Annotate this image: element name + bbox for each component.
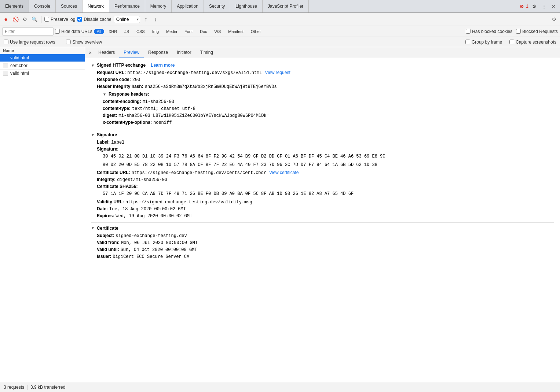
rh-content-encoding: content-encoding: mi-sha256-03 xyxy=(97,98,554,105)
signature-header[interactable]: ▼ Signature xyxy=(91,131,554,139)
sidebar-item-cert-cbor[interactable]: cert.cbor xyxy=(0,62,85,70)
certificate-header[interactable]: ▼ Certificate xyxy=(91,224,554,232)
use-large-rows-checkbox[interactable] xyxy=(4,40,8,44)
sub-tab-initiator[interactable]: Initiator xyxy=(172,47,195,58)
sig-cert-url-row: Certificate URL: https://signed-exchange… xyxy=(91,169,554,176)
filter-chip-media[interactable]: Media xyxy=(163,29,180,34)
sig-hex-2: B0 02 20 0D E5 78 22 0B 10 57 7B 8A CF B… xyxy=(91,161,554,169)
disable-cache-label[interactable]: Disable cache xyxy=(77,17,111,22)
sig-label-row: Label: label xyxy=(91,139,554,146)
filter-chip-doc[interactable]: Doc xyxy=(197,29,210,34)
transferred-size: 3.9 kB transferred xyxy=(30,385,65,390)
sig-expires-row: Expires: Wed, 19 Aug 2020 00:00:02 GMT xyxy=(91,212,554,219)
filter-input[interactable] xyxy=(2,27,54,36)
preserve-log-checkbox[interactable] xyxy=(44,17,49,22)
tab-network[interactable]: Network xyxy=(83,0,109,12)
tab-performance[interactable]: Performance xyxy=(109,0,145,12)
sig-signature-row: Signature: xyxy=(91,146,554,152)
favicon-2 xyxy=(3,63,8,68)
group-by-frame-checkbox[interactable] xyxy=(465,40,470,44)
tab-security[interactable]: Security xyxy=(204,0,230,12)
filter-chip-js[interactable]: JS xyxy=(121,29,132,34)
options-right: Group by frame Capture screenshots xyxy=(465,40,556,45)
tab-js-profiler[interactable]: JavaScript Profiler xyxy=(263,0,309,12)
view-certificate-link[interactable]: View certificate xyxy=(269,170,299,175)
main-content: Name valid.html cert.cbor valid.html × H… xyxy=(0,47,560,382)
tab-bar-actions: ⊗ 1 ⚙ ⋮ ✕ xyxy=(517,0,560,12)
collapse-toggle-4: ▼ xyxy=(91,226,95,230)
show-overview-label[interactable]: Show overview xyxy=(66,40,102,45)
close-devtools-button[interactable]: ✕ xyxy=(550,3,557,10)
tab-elements[interactable]: Elements xyxy=(0,0,29,12)
error-badge: ⊗ xyxy=(520,4,524,9)
capture-screenshots-checkbox[interactable] xyxy=(509,40,514,44)
customize-button[interactable]: ⚙ xyxy=(550,16,558,23)
filter-chip-ws[interactable]: WS xyxy=(212,29,224,34)
group-by-frame-label[interactable]: Group by frame xyxy=(465,40,502,45)
sub-tabs: × Headers Preview Response Initiator Tim… xyxy=(85,47,560,58)
blocked-requests-checkbox[interactable] xyxy=(516,29,521,34)
network-toolbar: ● 🚫 ⚙ 🔍 Preserve log Disable cache Onlin… xyxy=(0,13,560,26)
sub-tab-close[interactable]: × xyxy=(87,49,94,56)
clear-button[interactable]: 🚫 xyxy=(12,16,19,23)
favicon-3 xyxy=(3,71,8,76)
filter-toggle-button[interactable]: ⚙ xyxy=(21,16,29,23)
response-headers-subsection: ▼ Response headers: content-encoding: mi… xyxy=(91,90,554,126)
tab-memory[interactable]: Memory xyxy=(145,0,172,12)
tab-lighthouse[interactable]: Lighthouse xyxy=(230,0,263,12)
sub-tab-headers[interactable]: Headers xyxy=(94,47,119,58)
sig-validity-url-row: Validity URL: https://signed-exchange-te… xyxy=(91,199,554,206)
sig-cert-sha256-row: Certificate SHA256: xyxy=(91,183,554,190)
hide-data-urls-checkbox[interactable] xyxy=(55,29,60,34)
response-headers-header[interactable]: ▼ Response headers: xyxy=(97,90,554,98)
tab-application[interactable]: Application xyxy=(172,0,204,12)
view-request-link[interactable]: View request xyxy=(265,70,290,75)
has-blocked-cookies-label[interactable]: Has blocked cookies xyxy=(466,29,512,34)
header-integrity-row: Header integrity hash: sha256-aSdRm3m7qX… xyxy=(91,83,554,90)
throttle-select-wrap[interactable]: Online Fast 3G Slow 3G Offline xyxy=(114,16,140,23)
learn-more-link[interactable]: Learn more xyxy=(151,63,175,68)
filter-chip-other[interactable]: Other xyxy=(248,29,264,34)
sub-tab-preview[interactable]: Preview xyxy=(119,47,144,58)
rh-x-content-type: x-content-type-options: nosniff xyxy=(97,119,554,126)
import-button[interactable]: ↑ xyxy=(142,16,150,23)
sidebar-item-valid-html-2[interactable]: valid.html xyxy=(0,70,85,77)
divider-1 xyxy=(91,129,554,129)
preserve-log-label[interactable]: Preserve log xyxy=(44,17,75,22)
throttle-select[interactable]: Online Fast 3G Slow 3G Offline xyxy=(114,16,140,23)
show-overview-checkbox[interactable] xyxy=(66,40,71,44)
use-large-rows-label[interactable]: Use large request rows xyxy=(4,40,55,45)
cert-valid-from-row: Valid from: Mon, 06 Jul 2020 00:00:00 GM… xyxy=(91,239,554,246)
signed-http-exchange-section: ▼ Signed HTTP exchange Learn more Reques… xyxy=(91,61,554,126)
signed-http-exchange-header[interactable]: ▼ Signed HTTP exchange Learn more xyxy=(91,61,554,69)
tab-console[interactable]: Console xyxy=(29,0,56,12)
sub-tab-timing[interactable]: Timing xyxy=(195,47,217,58)
export-button[interactable]: ↓ xyxy=(152,16,159,23)
has-blocked-cookies-checkbox[interactable] xyxy=(466,29,471,34)
collapse-toggle-1: ▼ xyxy=(91,63,95,67)
collapse-toggle-3: ▼ xyxy=(91,133,95,137)
cert-subject-row: Subject: signed-exchange-testing.dev xyxy=(91,232,554,239)
request-count: 3 requests xyxy=(4,385,24,390)
blocked-requests-label[interactable]: Blocked Requests xyxy=(516,29,558,34)
capture-screenshots-label[interactable]: Capture screenshots xyxy=(509,40,556,45)
record-button[interactable]: ● xyxy=(2,16,10,23)
sub-tab-response[interactable]: Response xyxy=(144,47,172,58)
more-button[interactable]: ⋮ xyxy=(540,3,548,10)
disable-cache-checkbox[interactable] xyxy=(77,17,82,22)
filter-chip-img[interactable]: Img xyxy=(149,29,162,34)
filter-chip-all[interactable]: All xyxy=(94,29,104,34)
hide-data-urls-label[interactable]: Hide data URLs xyxy=(55,29,92,34)
preview-content: ▼ Signed HTTP exchange Learn more Reques… xyxy=(85,58,560,382)
filter-chip-manifest[interactable]: Manifest xyxy=(225,29,246,34)
settings-button[interactable]: ⚙ xyxy=(531,3,538,10)
tab-sources[interactable]: Sources xyxy=(56,0,83,12)
error-count: 1 xyxy=(526,4,528,9)
search-button[interactable]: 🔍 xyxy=(31,16,38,23)
rh-content-type: content-type: text/html; charset=utf-8 xyxy=(97,105,554,112)
sidebar-item-valid-html-1[interactable]: valid.html xyxy=(0,54,85,62)
filter-chip-xhr[interactable]: XHR xyxy=(106,29,120,34)
filter-chip-font[interactable]: Font xyxy=(182,29,195,34)
details-panel: × Headers Preview Response Initiator Tim… xyxy=(85,47,560,382)
filter-chip-css[interactable]: CSS xyxy=(133,29,148,34)
